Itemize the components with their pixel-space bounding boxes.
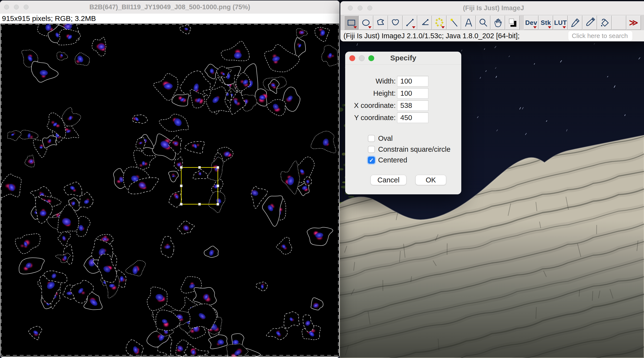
specify-dialog-titlebar[interactable]: Specify: [345, 52, 461, 65]
dropdown-arrow-icon: [354, 26, 357, 28]
specify-dialog-title: Specify: [345, 52, 461, 64]
paintbrush-icon: [584, 17, 596, 28]
roi-handle[interactable]: [180, 166, 182, 169]
wand-icon: [448, 17, 460, 28]
freehand-icon: [390, 17, 401, 28]
pencil-icon: [570, 17, 581, 28]
tool-zoom-button[interactable]: [476, 15, 490, 30]
more-tools-icon: ≫: [629, 18, 638, 27]
tool-pencil-button[interactable]: [568, 15, 582, 30]
dropdown-arrow-icon: [562, 26, 566, 28]
fiji-status-bar: (Fiji Is Just) ImageJ 2.1.0/1.53c; Java …: [340, 30, 644, 41]
oval-checkbox-label: Oval: [378, 134, 393, 143]
fiji-toolbar: DevStkLUT≫: [340, 15, 644, 30]
tool-lut-button[interactable]: LUT: [553, 15, 568, 30]
image-window-title: B2B(647)_BII119_JY19049_J08_500-1000.png…: [0, 0, 340, 14]
toolbar-gap: [520, 15, 524, 30]
image-window-titlebar[interactable]: B2B(647)_BII119_JY19049_J08_500-1000.png…: [0, 0, 340, 14]
tool-empty-button[interactable]: [612, 15, 626, 30]
x-coordinate-input[interactable]: [397, 100, 428, 111]
polygon-icon: [375, 17, 386, 28]
dropdown-arrow-icon: [412, 26, 416, 28]
cancel-button[interactable]: Cancel: [370, 175, 406, 185]
tool-more-tools-button[interactable]: ≫: [626, 15, 641, 30]
text-icon: [463, 17, 474, 28]
width-input[interactable]: [397, 76, 428, 86]
hand-icon: [492, 17, 504, 28]
tool-oval-button[interactable]: [359, 15, 373, 30]
centered-checkbox-label: Centered: [378, 156, 407, 164]
image-window: B2B(647)_BII119_JY19049_J08_500-1000.png…: [0, 0, 340, 358]
centered-checkbox[interactable]: [368, 157, 375, 164]
height-label: Height:: [345, 88, 396, 99]
dev-icon: Dev: [525, 19, 537, 26]
constrain-square-circle-checkbox[interactable]: [368, 146, 375, 153]
specify-dialog: Specify Width: Height: X coordinate: Y c…: [345, 52, 461, 194]
roi-handle[interactable]: [180, 184, 182, 187]
tool-freehand-button[interactable]: [388, 15, 402, 30]
lut-icon: LUT: [554, 19, 567, 26]
roi-handle[interactable]: [180, 203, 182, 205]
ok-button[interactable]: OK: [416, 175, 446, 185]
tool-angle-button[interactable]: [418, 15, 432, 30]
zoom-icon: [478, 17, 489, 28]
tool-rectangle-button[interactable]: [344, 15, 358, 30]
flood-fill-icon: [599, 17, 610, 28]
y-coordinate-input[interactable]: [397, 113, 428, 123]
constrain-square-circle-checkbox-label: Constrain square/circle: [378, 145, 450, 154]
empty-icon: [614, 17, 625, 28]
y-coordinate-label: Y coordinate:: [345, 113, 396, 123]
fiji-window-titlebar[interactable]: (Fiji Is Just) ImageJ: [340, 1, 644, 15]
tool-paintbrush-button[interactable]: [582, 15, 597, 30]
tool-wand-button[interactable]: [447, 15, 461, 30]
status-text: (Fiji Is Just) ImageJ 2.1.0/1.53c; Java …: [344, 32, 520, 40]
roi-handle[interactable]: [216, 203, 219, 205]
height-input[interactable]: [397, 88, 428, 99]
tool-color-picker-button[interactable]: [505, 15, 520, 30]
tool-hand-button[interactable]: [490, 15, 505, 30]
fiji-main-window: (Fiji Is Just) ImageJ DevStkLUT≫ (Fiji I…: [340, 1, 644, 41]
color-picker-icon: [507, 17, 518, 28]
x-coordinate-label: X coordinate:: [345, 100, 396, 111]
image-canvas[interactable]: [0, 24, 339, 357]
microscopy-cells-image: [0, 24, 339, 357]
tool-dev-button[interactable]: Dev: [524, 15, 538, 30]
tool-stk-button[interactable]: Stk: [538, 15, 553, 30]
dropdown-arrow-icon: [368, 26, 372, 28]
tool-flood-fill-button[interactable]: [597, 15, 612, 30]
dropdown-arrow-icon: [533, 26, 537, 28]
width-label: Width:: [345, 76, 396, 86]
dropdown-arrow-icon: [441, 26, 445, 28]
roi-handle[interactable]: [216, 184, 219, 187]
roi-handle[interactable]: [216, 166, 219, 169]
angle-icon: [419, 17, 430, 28]
dropdown-arrow-icon: [548, 26, 551, 28]
tool-line-button[interactable]: [403, 15, 417, 30]
roi-handle[interactable]: [198, 203, 201, 205]
oval-checkbox[interactable]: [368, 135, 375, 142]
image-info-bar: 915x915 pixels; RGB; 3.2MB: [0, 14, 340, 24]
desktop: B2B(647)_BII119_JY19049_J08_500-1000.png…: [0, 0, 644, 358]
fiji-window-title: (Fiji Is Just) ImageJ: [340, 1, 644, 15]
stk-icon: Stk: [541, 19, 551, 26]
tool-polygon-button[interactable]: [374, 15, 388, 30]
roi-handle[interactable]: [198, 166, 201, 169]
tool-point-button[interactable]: [432, 15, 446, 30]
tool-text-button[interactable]: [461, 15, 476, 30]
search-input[interactable]: [568, 31, 632, 41]
